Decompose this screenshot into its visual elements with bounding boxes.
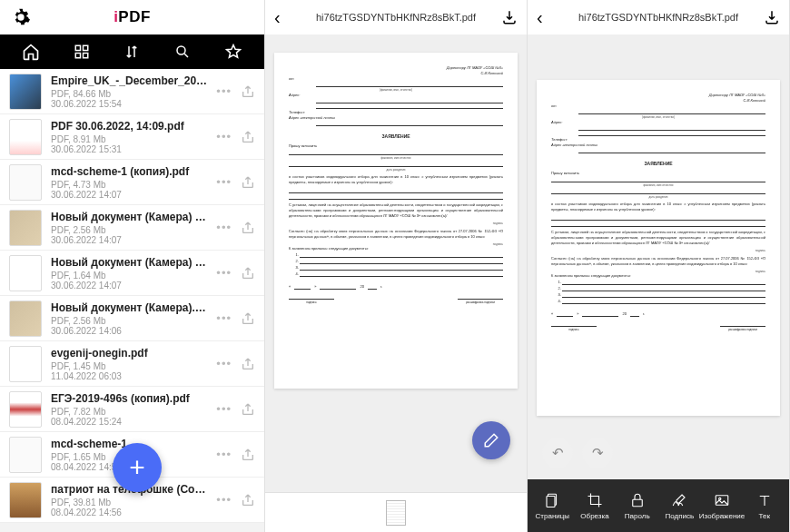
file-meta: PDF, 2.56 Mb30.06.2022 14:06 bbox=[51, 316, 207, 336]
file-thumbnail bbox=[9, 346, 42, 382]
file-thumbnail bbox=[9, 391, 42, 428]
back-icon[interactable]: ‹ bbox=[274, 7, 291, 28]
page-thumbnail[interactable] bbox=[386, 500, 406, 526]
svg-rect-6 bbox=[547, 496, 555, 507]
share-icon[interactable] bbox=[241, 221, 255, 235]
list-tabbar bbox=[0, 34, 264, 69]
file-list-pane: iPDF Empire_UK_-_December_2021.p…PDF, 84… bbox=[0, 0, 265, 532]
more-icon[interactable]: ••• bbox=[216, 266, 232, 280]
file-thumbnail bbox=[9, 74, 42, 110]
download-icon[interactable] bbox=[764, 9, 780, 25]
document-page[interactable]: Директору ЛГ МАОУ «СОШ №3» С.И.Котовой о… bbox=[274, 53, 518, 389]
image-icon bbox=[714, 492, 730, 508]
share-icon[interactable] bbox=[241, 130, 255, 144]
edit-fab[interactable] bbox=[472, 421, 510, 459]
file-row[interactable]: Новый документ (Камера) (коп…PDF, 1.64 M… bbox=[0, 251, 264, 296]
more-icon[interactable]: ••• bbox=[216, 175, 232, 189]
file-thumbnail bbox=[9, 164, 42, 201]
more-icon[interactable]: ••• bbox=[216, 130, 232, 143]
tool-label: Тек bbox=[759, 512, 770, 520]
undo-button[interactable]: ↶ bbox=[542, 438, 573, 468]
share-icon[interactable] bbox=[241, 266, 255, 281]
file-row[interactable]: evgenij-onegin.pdfPDF, 1.45 Mb11.04.2022… bbox=[0, 341, 264, 387]
more-icon[interactable]: ••• bbox=[216, 448, 232, 461]
file-meta: PDF, 39.81 Mb08.04.2022 14:56 bbox=[51, 498, 207, 517]
undo-redo-group: ↶ ↷ bbox=[542, 438, 613, 468]
svg-rect-1 bbox=[83, 45, 87, 50]
svg-rect-2 bbox=[75, 54, 80, 58]
search-icon[interactable] bbox=[173, 42, 193, 62]
back-icon[interactable]: ‹ bbox=[537, 7, 553, 28]
tool-pages[interactable]: Страницы bbox=[531, 492, 574, 520]
tool-label: Обрезка bbox=[580, 512, 608, 520]
pages-icon bbox=[544, 492, 560, 508]
svg-point-4 bbox=[177, 46, 185, 54]
file-name: ЕГЭ-2019-496s (копия).pdf bbox=[51, 392, 207, 405]
more-icon[interactable]: ••• bbox=[216, 221, 232, 234]
app-title: iPDF bbox=[114, 8, 151, 26]
sort-icon[interactable] bbox=[122, 42, 142, 62]
file-row[interactable]: ЕГЭ-2019-496s (копия).pdfPDF, 7.82 Mb08.… bbox=[0, 387, 264, 432]
document-page[interactable]: Директору ЛГ МАОУ «СОШ №3» С.И.Котовой о… bbox=[537, 80, 780, 416]
file-meta: PDF, 1.64 Mb30.06.2022 14:07 bbox=[51, 271, 207, 291]
file-name: Новый документ (Камера) (коп… bbox=[51, 256, 207, 269]
file-meta: PDF, 8.91 Mb30.06.2022 15:31 bbox=[51, 134, 207, 154]
star-icon[interactable] bbox=[223, 42, 243, 62]
more-icon[interactable]: ••• bbox=[216, 402, 232, 416]
tool-text[interactable]: Тек bbox=[743, 492, 785, 520]
tool-crop[interactable]: Обрезка bbox=[574, 492, 617, 520]
file-meta: PDF, 2.56 Mb30.06.2022 14:07 bbox=[51, 225, 207, 245]
tool-label: Страницы bbox=[536, 512, 570, 520]
file-meta: PDF, 7.82 Mb08.04.2022 15:24 bbox=[51, 407, 207, 427]
file-row[interactable]: PDF 30.06.2022, 14:09.pdfPDF, 8.91 Mb30.… bbox=[0, 114, 264, 160]
document-filename: hi76tzTGSDYNTbHKfNRz8sBkT.pdf bbox=[298, 12, 494, 23]
file-name: mcd-scheme-1 (копия).pdf bbox=[51, 165, 207, 178]
grid-icon[interactable] bbox=[72, 42, 92, 62]
share-icon[interactable] bbox=[241, 311, 255, 326]
file-name: PDF 30.06.2022, 14:09.pdf bbox=[51, 120, 207, 133]
share-icon[interactable] bbox=[241, 357, 255, 371]
tool-label: Изображение bbox=[699, 512, 745, 520]
more-icon[interactable]: ••• bbox=[216, 311, 232, 325]
more-icon[interactable]: ••• bbox=[216, 493, 232, 507]
file-row[interactable]: Новый документ (Камера) (коп…PDF, 2.56 M… bbox=[0, 205, 264, 251]
settings-icon[interactable] bbox=[11, 7, 31, 27]
file-thumbnail bbox=[9, 482, 42, 518]
add-fab[interactable]: + bbox=[113, 443, 162, 492]
lock-icon bbox=[629, 492, 646, 508]
share-icon[interactable] bbox=[241, 84, 255, 99]
download-icon[interactable] bbox=[501, 9, 518, 25]
sign-icon bbox=[671, 492, 687, 508]
file-meta: PDF, 1.45 Mb11.04.2022 06:03 bbox=[51, 361, 207, 381]
tool-lock[interactable]: Пароль bbox=[616, 492, 658, 520]
text-icon bbox=[756, 492, 773, 508]
svg-rect-0 bbox=[75, 45, 80, 50]
share-icon[interactable] bbox=[241, 402, 255, 417]
redo-button[interactable]: ↷ bbox=[582, 438, 613, 468]
file-row[interactable]: mcd-scheme-1 (копия).pdfPDF, 4.73 Mb30.0… bbox=[0, 160, 264, 205]
file-thumbnail bbox=[9, 437, 42, 473]
file-meta: PDF, 84.66 Mb30.06.2022 15:54 bbox=[51, 89, 207, 109]
file-row[interactable]: Empire_UK_-_December_2021.p…PDF, 84.66 M… bbox=[0, 69, 264, 114]
file-thumbnail bbox=[9, 300, 42, 337]
more-icon[interactable]: ••• bbox=[216, 357, 232, 370]
tool-sign[interactable]: Подпись bbox=[658, 492, 701, 520]
home-icon[interactable] bbox=[21, 42, 41, 62]
tool-label: Пароль bbox=[625, 512, 650, 520]
file-thumbnail bbox=[9, 210, 42, 246]
file-row[interactable]: Новый документ (Камера).pdfPDF, 2.56 Mb3… bbox=[0, 296, 264, 341]
share-icon[interactable] bbox=[241, 448, 255, 462]
viewer-header: ‹ hi76tzTGSDYNTbHKfNRz8sBkT.pdf bbox=[265, 0, 527, 34]
page-thumb-bar bbox=[265, 492, 527, 532]
tool-image[interactable]: Изображение bbox=[701, 492, 744, 520]
viewer-pane: ‹ hi76tzTGSDYNTbHKfNRz8sBkT.pdf Директор… bbox=[265, 0, 528, 532]
share-icon[interactable] bbox=[241, 493, 255, 507]
share-icon[interactable] bbox=[241, 175, 255, 190]
file-thumbnail bbox=[9, 255, 42, 291]
editor-pane: ‹ hi76tzTGSDYNTbHKfNRz8sBkT.pdf Директор… bbox=[528, 0, 790, 532]
more-icon[interactable]: ••• bbox=[216, 84, 232, 98]
crop-icon bbox=[587, 492, 603, 508]
file-name: Новый документ (Камера) (коп… bbox=[51, 211, 207, 223]
file-name: Новый документ (Камера).pdf bbox=[51, 301, 207, 314]
svg-rect-7 bbox=[632, 499, 642, 507]
